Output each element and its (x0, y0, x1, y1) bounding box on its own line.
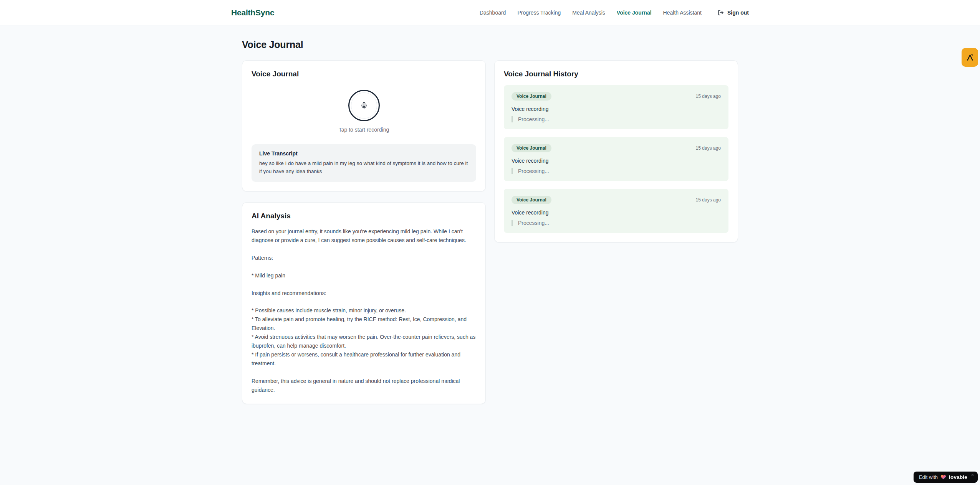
voice-recorder-card: Voice Journal Tap to start recording (242, 60, 486, 191)
live-transcript-box: Live Transcript hey so like I do have a … (252, 144, 476, 182)
nav-links: Dashboard Progress Tracking Meal Analysi… (480, 9, 702, 16)
sign-out-label: Sign out (727, 10, 749, 16)
ai-analysis-body: Based on your journal entry, it sounds l… (252, 227, 476, 394)
entry-title: Voice recording (512, 210, 721, 216)
app-logo[interactable]: HealthSync (231, 8, 274, 17)
entry-status: Processing... (512, 168, 721, 174)
ai-analysis-card: AI Analysis Based on your journal entry,… (242, 202, 486, 404)
history-card: Voice Journal History Voice Journal 15 d… (494, 60, 738, 242)
gradient-heart-icon (940, 474, 946, 480)
ai-analysis-title: AI Analysis (252, 212, 476, 220)
entry-title: Voice recording (512, 158, 721, 164)
history-entry: Voice Journal 15 days ago Voice recordin… (504, 85, 728, 129)
edit-with-lovable-badge[interactable]: Edit with lovable × (914, 472, 978, 483)
edit-with-label: Edit with (919, 474, 938, 480)
recorder-card-title: Voice Journal (252, 70, 476, 78)
live-transcript-title: Live Transcript (259, 150, 468, 157)
entry-status: Processing... (512, 116, 721, 122)
record-hint: Tap to start recording (339, 127, 389, 133)
lovable-brand-label: lovable (949, 474, 967, 480)
top-navbar: HealthSync Dashboard Progress Tracking M… (0, 0, 980, 25)
history-card-title: Voice Journal History (504, 70, 728, 78)
history-list: Voice Journal 15 days ago Voice recordin… (504, 85, 728, 233)
side-toolbar-badge[interactable] (962, 48, 978, 67)
lambda-logo-icon (966, 53, 974, 62)
nav-item-health-assistant[interactable]: Health Assistant (663, 10, 702, 16)
entry-type-badge: Voice Journal (512, 92, 551, 101)
entry-type-badge: Voice Journal (512, 144, 551, 152)
live-transcript-text: hey so like I do have a mild pain in my … (259, 160, 468, 176)
page-title: Voice Journal (242, 39, 738, 50)
entry-status: Processing... (512, 220, 721, 226)
right-column: Voice Journal History Voice Journal 15 d… (494, 60, 738, 242)
close-icon[interactable]: × (971, 472, 974, 478)
entry-timestamp: 15 days ago (696, 197, 721, 203)
entry-timestamp: 15 days ago (696, 145, 721, 151)
entry-type-badge: Voice Journal (512, 196, 551, 204)
left-column: Voice Journal Tap to start recording (242, 60, 486, 404)
microphone-icon (360, 102, 368, 109)
history-entry: Voice Journal 15 days ago Voice recordin… (504, 189, 728, 233)
logout-icon (718, 10, 724, 16)
entry-title: Voice recording (512, 106, 721, 112)
nav-item-meal-analysis[interactable]: Meal Analysis (572, 10, 605, 16)
nav-item-voice-journal[interactable]: Voice Journal (617, 10, 652, 16)
history-entry: Voice Journal 15 days ago Voice recordin… (504, 137, 728, 181)
page-content: Voice Journal Voice Journal (242, 25, 738, 427)
record-button[interactable] (348, 90, 380, 121)
entry-timestamp: 15 days ago (696, 94, 721, 99)
nav-item-dashboard[interactable]: Dashboard (480, 10, 506, 16)
sign-out-button[interactable]: Sign out (718, 10, 749, 16)
nav-item-progress-tracking[interactable]: Progress Tracking (517, 10, 561, 16)
